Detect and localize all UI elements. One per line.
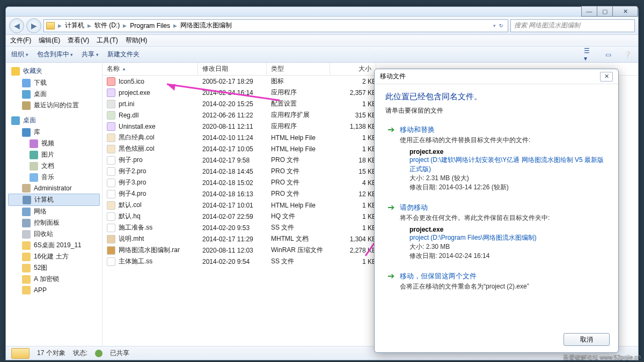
sidebar-music[interactable]: 音乐 [6, 172, 102, 183]
sidebar-folder[interactable]: 6S桌面 2019_11 [6, 240, 102, 251]
menu-file[interactable]: 文件(F) [10, 36, 31, 45]
share-button[interactable]: 共享 [82, 50, 99, 59]
forward-button[interactable]: ▶ [26, 18, 41, 33]
file-type: HTML Help File [271, 134, 334, 142]
option-move-replace[interactable]: ➔ 移动和替换 使用正在移动的文件替换目标文件夹中的文件: project.ex… [385, 125, 608, 197]
dialog-close-button[interactable]: ✕ [600, 72, 613, 82]
menu-edit[interactable]: 编辑(E) [39, 36, 60, 45]
sidebar-computer[interactable]: 计算机 [8, 194, 100, 206]
library-icon [22, 128, 31, 137]
sidebar-label: A 加密锁 [34, 275, 59, 284]
menu-view[interactable]: 查看(V) [68, 36, 89, 45]
file-name: 默认.col [119, 201, 142, 210]
column-name[interactable]: 名称▲ [103, 63, 198, 75]
sidebar-network[interactable]: 网络 [6, 206, 102, 217]
file-name: 说明.mht [119, 234, 144, 243]
cancel-button[interactable]: 取消 [564, 333, 610, 346]
sidebar-downloads[interactable]: 下载 [6, 77, 102, 88]
option-keep-both[interactable]: ➔ 移动，但保留这两个文件 会将正在移动的文件重命名为“project (2).… [385, 271, 608, 294]
sidebar-label: Administrator [34, 184, 72, 192]
sidebar-label: APP [34, 286, 47, 294]
folder-icon [22, 264, 31, 272]
address-bar[interactable]: ▶ 计算机 ▶ 软件 (D:) ▶ Program Files ▶ 网络图流水图… [43, 19, 508, 32]
minimize-button[interactable]: — [581, 6, 597, 17]
maximize-button[interactable]: ▢ [597, 6, 613, 17]
sidebar-folder[interactable]: 16化建 土方 [6, 251, 102, 262]
help-icon[interactable]: ❔ [622, 50, 633, 60]
sidebar-folder[interactable]: APP [6, 285, 102, 295]
include-button[interactable]: 包含到库中 [37, 50, 74, 59]
recent-icon [22, 101, 31, 110]
download-icon [22, 79, 31, 87]
sidebar-video[interactable]: 视频 [6, 138, 102, 149]
sidebar-label: 视频 [41, 139, 54, 148]
sidebar-documents[interactable]: 文档 [6, 160, 102, 172]
column-size[interactable]: 大小 [330, 63, 376, 75]
sidebar-favorites-header[interactable]: 收藏夹 [6, 65, 102, 77]
sidebar-label: 回收站 [34, 230, 53, 239]
file-type: 配置设置 [271, 99, 334, 108]
nav-row: ◀ ▶ ▶ 计算机 ▶ 软件 (D:) ▶ Program Files ▶ 网络… [6, 17, 638, 35]
file-name: 主体施工.ss [119, 257, 152, 266]
dialog-subtext: 请单击要保留的文件 [385, 106, 608, 115]
sidebar-folder[interactable]: A 加密锁 [6, 274, 102, 285]
file-date: 2014-02-18 14:45 [202, 168, 271, 175]
sidebar-recent[interactable]: 最近访问的位置 [6, 100, 102, 111]
option-title: 移动和替换 [400, 125, 608, 135]
menu-help[interactable]: 帮助(H) [126, 36, 148, 45]
file-date: 2020-08-11 12:11 [202, 123, 271, 130]
file-date: 修改日期: 2014-02-24 16:14 [409, 252, 608, 261]
file-icon [107, 190, 115, 198]
breadcrumb[interactable]: 网络图流水图编制 [178, 20, 234, 32]
back-button[interactable]: ◀ [9, 18, 24, 33]
folder-icon [22, 286, 31, 294]
sidebar-label: 音乐 [41, 173, 54, 182]
column-type[interactable]: 类型 [267, 63, 330, 75]
window-controls: — ▢ ✕ [582, 6, 638, 17]
column-date[interactable]: 修改日期 [198, 63, 267, 75]
desktop-icon [11, 116, 20, 125]
breadcrumb[interactable]: 软件 (D:) [92, 20, 122, 32]
sidebar-label: 52图 [34, 263, 47, 272]
sidebar-desktop-header[interactable]: 桌面 [6, 114, 102, 127]
organize-button[interactable]: 组织 [11, 50, 28, 59]
column-label: 名称 [107, 64, 120, 73]
file-type: HQ 文件 [271, 212, 334, 221]
sidebar-pictures[interactable]: 图片 [6, 149, 102, 160]
close-button[interactable]: ✕ [612, 6, 638, 17]
computer-icon [23, 196, 31, 204]
file-name: 黑白经典.col [119, 133, 155, 142]
sidebar-label: 控制面板 [34, 218, 60, 227]
sidebar-admin[interactable]: Administrator [6, 183, 102, 194]
file-icon [107, 179, 115, 187]
file-type: 图标 [271, 77, 334, 86]
toolbar: 组织 包含到库中 共享 新建文件夹 ☰ ▾ ▭ ❔ [6, 47, 638, 63]
file-date: 2014-02-20 15:25 [202, 100, 271, 108]
sidebar-desktop[interactable]: 桌面 [6, 88, 102, 100]
folder-icon [22, 275, 31, 284]
chevron-down-icon[interactable]: ▾ [493, 23, 496, 28]
option-dont-move[interactable]: ➔ 请勿移动 将不会更改任何文件。将此文件保留在目标文件夹中: project.… [385, 203, 608, 266]
move-file-dialog: 移动文件 ✕ 此位置已经包含同名文件。 请单击要保留的文件 ➔ 移动和替换 使用… [374, 69, 619, 353]
refresh-icon[interactable]: ↻ [499, 23, 503, 28]
sidebar-library[interactable]: 库 [6, 127, 102, 138]
file-date: 2014-02-10 11:24 [202, 134, 271, 142]
option-title: 移动，但保留这两个文件 [400, 271, 608, 281]
sidebar-trash[interactable]: 回收站 [6, 228, 102, 240]
sidebar-label: 桌面 [23, 116, 36, 125]
view-mode-icon[interactable]: ☰ ▾ [583, 50, 594, 60]
menu-bar: 文件(F) 编辑(E) 查看(V) 工具(T) 帮助(H) [6, 35, 638, 47]
file-icon [107, 201, 115, 210]
breadcrumb[interactable]: 计算机 [63, 20, 86, 32]
sidebar-folder[interactable]: 52图 [6, 262, 102, 274]
new-folder-button[interactable]: 新建文件夹 [107, 50, 140, 59]
breadcrumb[interactable]: Program Files [128, 20, 172, 32]
status-count: 17 个对象 [37, 349, 65, 358]
preview-pane-icon[interactable]: ▭ [603, 50, 613, 60]
file-size: 大小: 2.31 MB (较大) [409, 174, 608, 183]
search-input[interactable]: 搜索 网络图流水图编制 [510, 19, 635, 32]
menu-tools[interactable]: 工具(T) [97, 36, 118, 45]
file-icon [107, 167, 115, 176]
sidebar-control-panel[interactable]: 控制面板 [6, 217, 102, 228]
sidebar: 收藏夹 下载 桌面 最近访问的位置 桌面 库 视频 图片 文档 音乐 Admin… [6, 63, 103, 346]
